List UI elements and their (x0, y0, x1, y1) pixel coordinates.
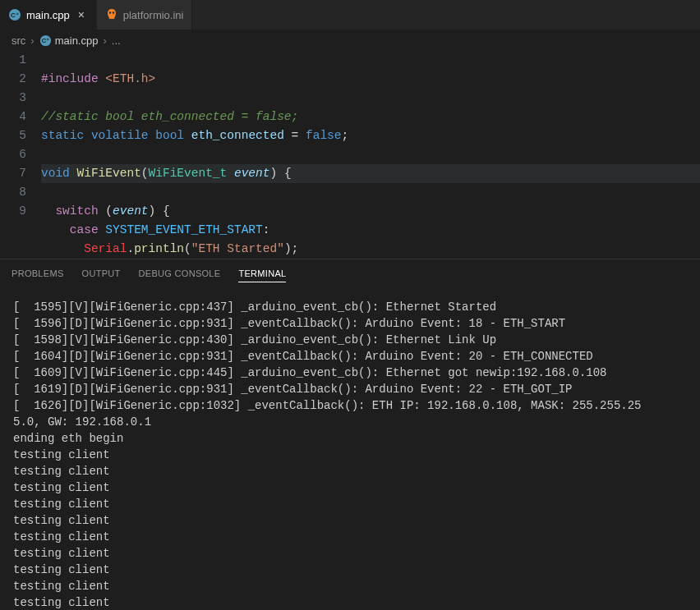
code-line: void WiFiEvent(WiFiEvent_t event) { (41, 164, 700, 183)
tab-label: platformio.ini (123, 9, 184, 21)
code-line (41, 91, 48, 104)
panel-tab-problems[interactable]: PROBLEMS (12, 265, 64, 282)
panel-tab-terminal[interactable]: TERMINAL (238, 265, 286, 282)
line-number: 7 (0, 164, 26, 183)
code-line: //static bool eth_connected = false; (41, 110, 298, 123)
tab-main-cpp[interactable]: C⁺ main.cpp × (0, 0, 97, 30)
cpp-icon: C⁺ (39, 34, 52, 47)
line-number: 6 (0, 145, 26, 164)
line-number: 5 (0, 126, 26, 145)
code-line: Serial.println("ETH Started"); (41, 242, 298, 255)
code-line (41, 148, 48, 161)
code-line: case SYSTEM_EVENT_ETH_START: (41, 223, 269, 236)
code-line: switch (event) { (41, 204, 170, 218)
breadcrumb-folder: src (12, 34, 25, 47)
line-number: 1 (0, 51, 26, 70)
code-content[interactable]: #include <ETH.h> //static bool eth_conne… (41, 51, 700, 259)
breadcrumb-file: main.cpp (55, 34, 99, 47)
cpp-icon: C⁺ (8, 8, 21, 21)
platformio-icon (105, 8, 118, 21)
svg-point-3 (113, 11, 114, 13)
breadcrumb[interactable]: src › C⁺ main.cpp › ... (0, 30, 700, 51)
close-icon[interactable]: × (75, 8, 88, 21)
chevron-right-icon: › (30, 34, 34, 47)
line-number: 9 (0, 202, 26, 221)
svg-text:C⁺: C⁺ (41, 37, 48, 44)
chevron-right-icon: › (103, 34, 106, 47)
line-number-gutter: 1 2 3 4 5 6 7 8 9 (0, 51, 41, 259)
svg-text:C⁺: C⁺ (11, 11, 19, 19)
tab-label: main.cpp (26, 9, 70, 21)
line-number: 2 (0, 70, 26, 89)
editor-tab-bar: C⁺ main.cpp × platformio.ini (0, 0, 700, 30)
code-line: static volatile bool eth_connected = fal… (41, 129, 348, 142)
line-number: 4 (0, 108, 26, 126)
panel-tab-bar: PROBLEMS OUTPUT DEBUG CONSOLE TERMINAL (0, 259, 700, 287)
line-number: 8 (0, 183, 26, 202)
panel-tab-debug-console[interactable]: DEBUG CONSOLE (139, 265, 221, 282)
svg-point-2 (109, 11, 111, 13)
line-number: 3 (0, 89, 26, 108)
code-editor[interactable]: 1 2 3 4 5 6 7 8 9 #include <ETH.h> //sta… (0, 51, 700, 259)
code-line: #include <ETH.h> (41, 72, 155, 85)
terminal-output[interactable]: [ 1595][V][WiFiGeneric.cpp:437] _arduino… (0, 287, 700, 610)
panel-tab-output[interactable]: OUTPUT (82, 265, 121, 282)
breadcrumb-trail: ... (112, 34, 121, 47)
tab-platformio-ini[interactable]: platformio.ini (97, 0, 193, 30)
